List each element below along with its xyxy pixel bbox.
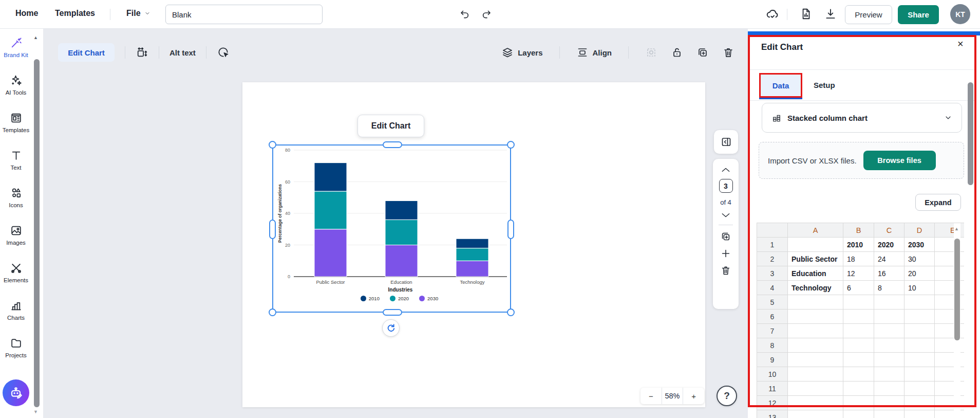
close-panel-button[interactable]: ×: [957, 38, 964, 50]
sheet-cell[interactable]: [788, 310, 843, 324]
sheet-cell[interactable]: [843, 396, 874, 410]
user-avatar[interactable]: KT: [950, 4, 970, 24]
sheet-cell[interactable]: [874, 324, 904, 338]
zoom-out-button[interactable]: −: [640, 388, 662, 404]
sheet-cell[interactable]: [788, 367, 843, 381]
sheet-cell[interactable]: [788, 353, 843, 367]
row-header[interactable]: 5: [757, 295, 788, 310]
sheet-cell[interactable]: [904, 396, 935, 410]
sheet-cell[interactable]: [874, 381, 904, 396]
sheet-cell[interactable]: Technology: [788, 281, 843, 295]
preview-button[interactable]: Preview: [845, 5, 892, 24]
sheet-cell[interactable]: 6: [843, 281, 874, 295]
sheet-cell[interactable]: [788, 410, 843, 418]
edit-chart-floating-button[interactable]: Edit Chart: [357, 115, 424, 137]
sheet-cell[interactable]: [788, 338, 843, 353]
sidebar-item-images[interactable]: Images: [0, 216, 32, 254]
resize-handle-ne[interactable]: [507, 141, 515, 149]
sheet-cell[interactable]: [843, 410, 874, 418]
sheet-cell[interactable]: [904, 324, 935, 338]
layers-button[interactable]: Layers: [501, 46, 542, 59]
sidebar-item-projects[interactable]: Projects: [0, 329, 32, 367]
sheet-cell[interactable]: 30: [904, 252, 935, 266]
table-scrollbar-thumb[interactable]: [954, 239, 960, 340]
resize-handle-nw[interactable]: [269, 141, 276, 149]
sheet-cell[interactable]: 8: [874, 281, 904, 295]
expand-table-button[interactable]: Expand: [915, 194, 961, 211]
sheet-cell[interactable]: 2010: [843, 238, 874, 252]
column-header-C[interactable]: C: [874, 223, 904, 238]
doc-report-button[interactable]: [799, 7, 813, 21]
sheet-cell[interactable]: 2020: [874, 238, 904, 252]
sidebar-item-ai-tools[interactable]: AI Tools: [0, 66, 32, 104]
collapse-panel-button[interactable]: [714, 130, 738, 154]
row-header[interactable]: 8: [757, 338, 788, 353]
sheet-cell[interactable]: 16: [874, 266, 904, 281]
sheet-cell[interactable]: [843, 295, 874, 310]
document-title-input[interactable]: [165, 5, 323, 24]
row-header[interactable]: 9: [757, 353, 788, 367]
column-header-D[interactable]: D: [904, 223, 935, 238]
redo-button[interactable]: [480, 8, 495, 21]
resize-handle-se[interactable]: [507, 308, 515, 316]
sheet-cell[interactable]: [788, 324, 843, 338]
chart-type-dropdown[interactable]: Stacked column chart: [762, 103, 962, 133]
resize-handle-n[interactable]: [383, 141, 402, 148]
sheet-cell[interactable]: 2030: [904, 238, 935, 252]
rotate-button[interactable]: [382, 319, 400, 337]
sheet-cell[interactable]: [874, 295, 904, 310]
sidebar-scrollbar[interactable]: [34, 59, 40, 407]
resize-handle-e[interactable]: [507, 220, 514, 239]
undo-button[interactable]: [459, 8, 473, 21]
templates-link[interactable]: Templates: [55, 9, 95, 18]
sheet-cell[interactable]: [904, 295, 935, 310]
sheet-cell[interactable]: [843, 324, 874, 338]
interaction-button[interactable]: [217, 46, 230, 59]
panel-scrollbar[interactable]: [968, 82, 973, 185]
ai-assistant-button[interactable]: [3, 379, 29, 406]
delete-button[interactable]: [722, 46, 734, 59]
duplicate-page-button[interactable]: [720, 231, 731, 242]
sheet-cell[interactable]: 10: [904, 281, 935, 295]
sidebar-item-icons[interactable]: Icons: [0, 179, 32, 216]
scroll-down-arrow[interactable]: ▼: [33, 409, 38, 414]
cloud-sync-button[interactable]: [765, 7, 780, 22]
sheet-cell[interactable]: 18: [843, 252, 874, 266]
resize-handle-w[interactable]: [269, 220, 276, 239]
duplicate-button[interactable]: [696, 46, 709, 59]
sheet-cell[interactable]: [874, 367, 904, 381]
data-spreadsheet[interactable]: ABCDE12010202020302Public Sector1824303E…: [757, 223, 964, 418]
import-dropzone[interactable]: Import CSV or XLSX files. Browse files: [759, 142, 964, 179]
sheet-cell[interactable]: 12: [843, 266, 874, 281]
sheet-cell[interactable]: [843, 367, 874, 381]
resize-button[interactable]: [136, 46, 148, 59]
zoom-level[interactable]: 58%: [662, 388, 684, 404]
sidebar-item-brand-kit[interactable]: Brand Kit: [0, 29, 32, 66]
page-down-button[interactable]: [721, 212, 731, 219]
sheet-cell[interactable]: [874, 338, 904, 353]
sheet-cell[interactable]: [788, 295, 843, 310]
sheet-cell[interactable]: [843, 381, 874, 396]
alt-text-button[interactable]: Alt text: [169, 48, 196, 57]
sheet-cell[interactable]: [843, 338, 874, 353]
sheet-cell[interactable]: [904, 410, 935, 418]
zoom-in-button[interactable]: +: [683, 388, 704, 404]
row-header[interactable]: 1: [757, 238, 788, 252]
delete-page-button[interactable]: [720, 265, 731, 276]
row-header[interactable]: 11: [757, 381, 788, 396]
stacked-column-chart[interactable]: 020406080Public SectorEducationTechnolog…: [273, 146, 512, 314]
table-scrollbar[interactable]: ▲: [954, 223, 960, 418]
current-page-box[interactable]: 3: [719, 179, 733, 193]
sidebar-item-charts[interactable]: Charts: [0, 292, 32, 329]
sheet-cell[interactable]: 24: [874, 252, 904, 266]
sheet-cell[interactable]: Public Sector: [788, 252, 843, 266]
sheet-cell[interactable]: [904, 381, 935, 396]
row-header[interactable]: 3: [757, 266, 788, 281]
edit-chart-toolbar-button[interactable]: Edit Chart: [58, 43, 115, 62]
column-header-A[interactable]: A: [788, 223, 843, 238]
row-header[interactable]: 6: [757, 310, 788, 324]
resize-handle-sw[interactable]: [269, 308, 276, 316]
row-header[interactable]: 12: [757, 396, 788, 410]
sheet-cell[interactable]: [874, 310, 904, 324]
share-button[interactable]: Share: [898, 5, 939, 24]
